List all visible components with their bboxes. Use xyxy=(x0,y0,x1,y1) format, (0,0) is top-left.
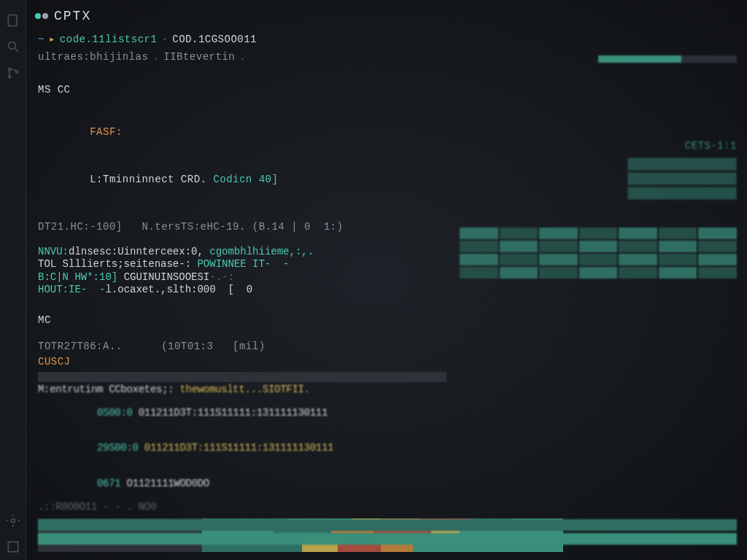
files-icon[interactable] xyxy=(6,13,20,28)
term-t1: TOTR27T86:A.. (10T01:3 [mil) xyxy=(38,339,741,355)
settings-icon[interactable] xyxy=(6,513,20,528)
prompt-line-1: ~▸ code.11listscr1 - COD.1CGSOO011 xyxy=(38,32,741,48)
right-cell-stack: CETS-1:1 xyxy=(627,139,737,201)
svg-rect-0 xyxy=(8,15,17,26)
hash-bar-1 xyxy=(38,372,563,382)
section-ms-cc: MS CC xyxy=(38,82,741,98)
terminal-pane[interactable]: CPTX ~▸ code.11listscr1 - COD.1CGSOO011 … xyxy=(26,0,747,560)
dense-block-2: M:entrutinm CCboxetes;: thewomusltt...SI… xyxy=(38,384,741,513)
right-grid xyxy=(460,228,737,280)
svg-point-1 xyxy=(8,42,15,49)
search-icon[interactable] xyxy=(6,39,20,54)
bottom-strips xyxy=(38,519,737,547)
app-title: CPTX xyxy=(54,9,91,23)
title-bar: CPTX xyxy=(26,6,747,32)
svg-point-3 xyxy=(8,68,10,70)
app-icon xyxy=(35,13,48,19)
svg-line-2 xyxy=(15,49,18,52)
branch-icon[interactable] xyxy=(6,66,20,80)
activity-bar xyxy=(0,0,26,560)
svg-point-6 xyxy=(11,519,15,523)
svg-rect-7 xyxy=(8,542,18,551)
label-cuscj: CUSCJ xyxy=(38,354,741,370)
progress-gauge xyxy=(598,51,737,67)
section-mc: MC xyxy=(38,313,741,329)
svg-point-4 xyxy=(8,75,10,77)
box-icon[interactable] xyxy=(6,540,20,554)
